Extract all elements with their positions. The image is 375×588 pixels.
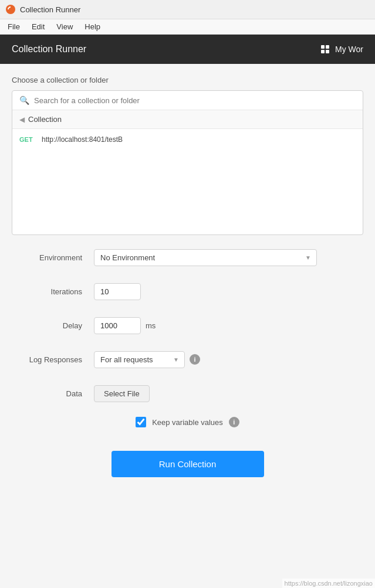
delay-row: Delay ms: [18, 315, 357, 336]
run-btn-wrap: Run Collection: [12, 451, 363, 477]
table-row: GET http://localhost:8401/testB: [19, 132, 356, 147]
app-header-right: My Wor: [321, 45, 363, 54]
log-responses-row: Log Responses For all requests On error …: [18, 349, 357, 370]
environment-label: Environment: [18, 253, 94, 262]
menu-bar: File Edit View Help: [0, 19, 375, 35]
environment-control: No Environment: [94, 249, 317, 266]
menu-file[interactable]: File: [3, 21, 25, 33]
run-collection-button[interactable]: Run Collection: [112, 451, 264, 477]
search-container: 🔍 ◀ Collection GET http://localhost:8401…: [12, 90, 363, 235]
log-select-wrapper[interactable]: For all requests On error None: [94, 351, 185, 368]
request-list: GET http://localhost:8401/testB: [12, 129, 363, 234]
app-header: Collection Runner My Wor: [0, 35, 375, 64]
keep-variable-label: Keep variable values: [152, 418, 223, 427]
watermark: https://blog.csdn.net/lizongxiao: [282, 579, 375, 588]
environment-row: Environment No Environment: [18, 247, 357, 268]
keep-variable-info-icon[interactable]: i: [229, 417, 239, 427]
data-row: Data Select File: [18, 383, 357, 404]
environment-select[interactable]: No Environment: [94, 249, 317, 266]
title-bar-text: Collection Runner: [20, 5, 80, 14]
choose-label: Choose a collection or folder: [12, 76, 363, 84]
log-responses-control: For all requests On error None i: [94, 351, 200, 368]
menu-view[interactable]: View: [52, 21, 77, 33]
environment-select-wrapper[interactable]: No Environment: [94, 249, 317, 266]
iterations-input[interactable]: [94, 283, 141, 300]
collection-item[interactable]: ◀ Collection: [12, 110, 363, 129]
iterations-label: Iterations: [18, 287, 94, 296]
grid-icon[interactable]: [321, 45, 329, 53]
menu-help[interactable]: Help: [80, 21, 105, 33]
iterations-control: [94, 283, 141, 300]
delay-unit: ms: [146, 321, 156, 330]
app-icon: [6, 5, 15, 14]
log-responses-label: Log Responses: [18, 355, 94, 364]
data-control: Select File: [94, 385, 150, 402]
method-badge: GET: [19, 136, 37, 143]
chevron-left-icon: ◀: [19, 115, 25, 124]
delay-input[interactable]: [94, 317, 141, 334]
request-url: http://localhost:8401/testB: [42, 135, 123, 144]
delay-label: Delay: [18, 321, 94, 330]
search-input[interactable]: [34, 96, 356, 105]
title-bar: Collection Runner: [0, 0, 375, 19]
collection-name: Collection: [28, 115, 62, 124]
keep-variable-checkbox[interactable]: [136, 417, 146, 427]
main-content: Choose a collection or folder 🔍 ◀ Collec…: [0, 64, 375, 489]
workspace-label[interactable]: My Wor: [335, 45, 363, 54]
iterations-row: Iterations: [18, 281, 357, 302]
menu-edit[interactable]: Edit: [27, 21, 49, 33]
search-input-row[interactable]: 🔍: [12, 91, 363, 110]
form-section: Environment No Environment Iterations De…: [12, 247, 363, 404]
log-responses-select[interactable]: For all requests On error None: [94, 351, 185, 368]
log-responses-info-icon[interactable]: i: [190, 354, 200, 365]
data-label: Data: [18, 389, 94, 398]
app-header-title: Collection Runner: [12, 44, 86, 55]
keep-variable-row: Keep variable values i: [12, 417, 363, 427]
select-file-button[interactable]: Select File: [94, 385, 150, 402]
delay-control: ms: [94, 317, 156, 334]
svg-point-0: [6, 5, 15, 14]
search-icon: 🔍: [19, 96, 29, 105]
